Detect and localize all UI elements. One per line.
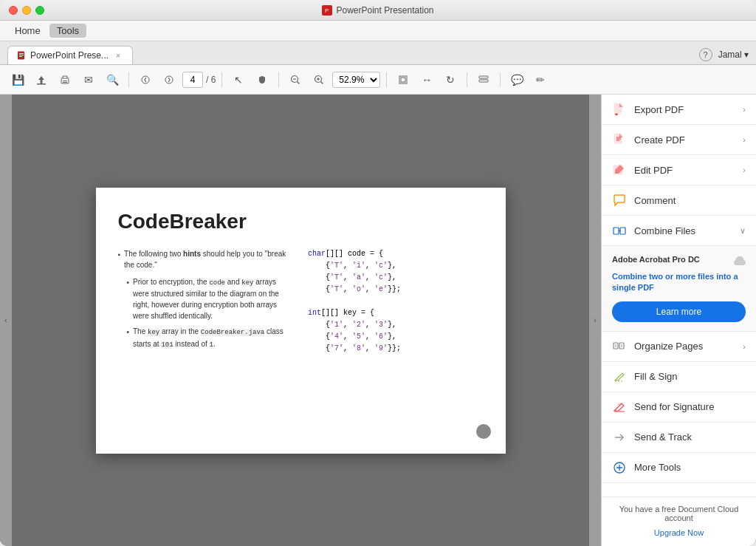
create-pdf-section: Create PDF ›: [602, 125, 756, 155]
user-menu[interactable]: Jamal ▾: [718, 50, 749, 60]
sub-bullet-text-1: Prior to encryption, the code and key ar…: [133, 276, 293, 322]
next-page-button[interactable]: [159, 69, 179, 90]
edit-pdf-chevron: ›: [743, 165, 746, 174]
send-track-label: Send & Track: [634, 431, 746, 443]
sub-bullet-text-2: The key array in the CodeBreaker.java cl…: [133, 326, 293, 350]
tab-close-button[interactable]: ×: [113, 50, 123, 61]
svg-rect-3: [19, 53, 24, 54]
svg-point-10: [142, 76, 149, 83]
menu-home[interactable]: Home: [7, 24, 48, 38]
svg-text:P: P: [325, 7, 329, 14]
organize-pages-section: Organize Pages ›: [602, 332, 756, 362]
svg-rect-22: [479, 80, 488, 82]
left-panel-toggle[interactable]: ‹: [0, 95, 12, 546]
more-tools-label: More Tools: [634, 462, 746, 473]
svg-rect-4: [19, 55, 24, 55]
hand-tool-button[interactable]: [252, 69, 272, 90]
svg-line-18: [321, 81, 323, 83]
separator-6: [500, 72, 501, 87]
svg-rect-8: [63, 81, 67, 81]
scroll-mode-button[interactable]: [473, 69, 494, 90]
comment-section: Comment: [602, 185, 756, 216]
zoom-in-button[interactable]: [309, 69, 329, 90]
traffic-lights: [9, 6, 44, 15]
slide-left-text: ▪ The following two hints should help yo…: [118, 248, 294, 355]
send-track-button[interactable]: Send & Track: [602, 423, 756, 452]
edit-pdf-label: Edit PDF: [634, 165, 735, 176]
comment-label: Comment: [634, 195, 746, 206]
menu-bar: Home Tools: [0, 21, 756, 41]
export-pdf-button[interactable]: Export PDF ›: [602, 95, 756, 124]
edit-pdf-button[interactable]: Edit PDF ›: [602, 155, 756, 185]
send-signature-button[interactable]: Send for Signature: [602, 392, 756, 422]
email-button[interactable]: ✉: [78, 69, 99, 90]
svg-rect-21: [479, 76, 488, 78]
tab-label: PowerPoint Prese...: [30, 50, 109, 61]
menu-tools[interactable]: Tools: [49, 24, 86, 38]
zoom-out-button[interactable]: [285, 69, 306, 90]
comment-toolbar-button[interactable]: 💬: [506, 69, 527, 90]
upgrade-now-link[interactable]: Upgrade Now: [654, 528, 704, 537]
close-button[interactable]: [9, 6, 18, 15]
svg-rect-9: [63, 82, 67, 83]
combine-expanded-panel: Adobe Acrobat Pro DC Combine two or more…: [602, 246, 756, 332]
rotate-button[interactable]: ↻: [440, 69, 461, 90]
right-panel-toggle[interactable]: ›: [589, 95, 601, 546]
send-signature-label: Send for Signature: [634, 401, 746, 412]
more-tools-button[interactable]: More Tools: [602, 453, 756, 482]
slide-code: char[][] code = { {'T', 'i', 'c'}, {'T',…: [308, 248, 484, 355]
svg-rect-20: [401, 78, 405, 82]
send-track-icon: [612, 430, 627, 445]
learn-more-button[interactable]: Learn more: [612, 301, 746, 322]
organize-pages-icon: [612, 339, 627, 354]
fit-width-button[interactable]: ↔: [416, 69, 437, 90]
draw-button[interactable]: ✏: [530, 69, 551, 90]
create-pdf-button[interactable]: Create PDF ›: [602, 125, 756, 154]
help-button[interactable]: ?: [699, 48, 712, 61]
fill-sign-icon: [612, 369, 627, 384]
svg-line-14: [298, 81, 300, 83]
upload-button[interactable]: [31, 69, 52, 90]
right-panel: Export PDF › Create PDF › Edit PDF ›: [601, 95, 756, 546]
combine-files-button[interactable]: Combine Files ∨: [602, 216, 756, 245]
svg-rect-30: [620, 228, 625, 234]
cursor-tool-button[interactable]: ↖: [228, 69, 249, 90]
fill-sign-label: Fill & Sign: [634, 371, 746, 382]
fill-sign-button[interactable]: Fill & Sign: [602, 362, 756, 392]
more-tools-icon: [612, 460, 627, 475]
edit-pdf-icon: [612, 163, 627, 177]
footer-section: You have a free Document Cloud account U…: [602, 496, 756, 546]
adobe-cloud-icon: [734, 255, 746, 267]
fit-page-button[interactable]: [393, 69, 413, 90]
combine-files-icon: [612, 223, 627, 238]
separator-2: [221, 72, 222, 87]
edit-pdf-section: Edit PDF ›: [602, 155, 756, 185]
document-tab[interactable]: PowerPoint Prese... ×: [7, 46, 133, 64]
prev-page-icon: [141, 75, 150, 84]
zoom-select[interactable]: 52.9% 25% 50% 75% 100%: [332, 72, 380, 88]
organize-pages-button[interactable]: Organize Pages ›: [602, 332, 756, 361]
print-button[interactable]: [55, 69, 75, 90]
app-icon: P: [322, 5, 332, 16]
fill-sign-section: Fill & Sign: [602, 362, 756, 392]
scroll-mode-icon: [478, 75, 489, 85]
window-title: P PowerPoint Presentation: [322, 5, 433, 16]
combine-files-chevron: ∨: [740, 226, 746, 236]
minimize-button[interactable]: [22, 6, 31, 15]
title-bar: P PowerPoint Presentation: [0, 0, 756, 21]
sub-bullet-marker-1: •: [127, 277, 130, 322]
tab-icon: [17, 51, 26, 60]
prev-page-button[interactable]: [135, 69, 156, 90]
separator-5: [467, 72, 467, 87]
search-button[interactable]: 🔍: [102, 69, 123, 90]
save-button[interactable]: 💾: [7, 69, 28, 90]
comment-button[interactable]: Comment: [602, 185, 756, 215]
main-area: ‹ CodeBreaker ▪ The following two hints …: [0, 95, 756, 546]
svg-rect-29: [614, 228, 619, 234]
export-pdf-label: Export PDF: [634, 104, 735, 115]
page-number-input[interactable]: [182, 72, 203, 88]
organize-pages-chevron: ›: [743, 342, 746, 351]
create-pdf-label: Create PDF: [634, 134, 735, 146]
more-tools-section: More Tools: [602, 453, 756, 483]
maximize-button[interactable]: [35, 6, 44, 15]
